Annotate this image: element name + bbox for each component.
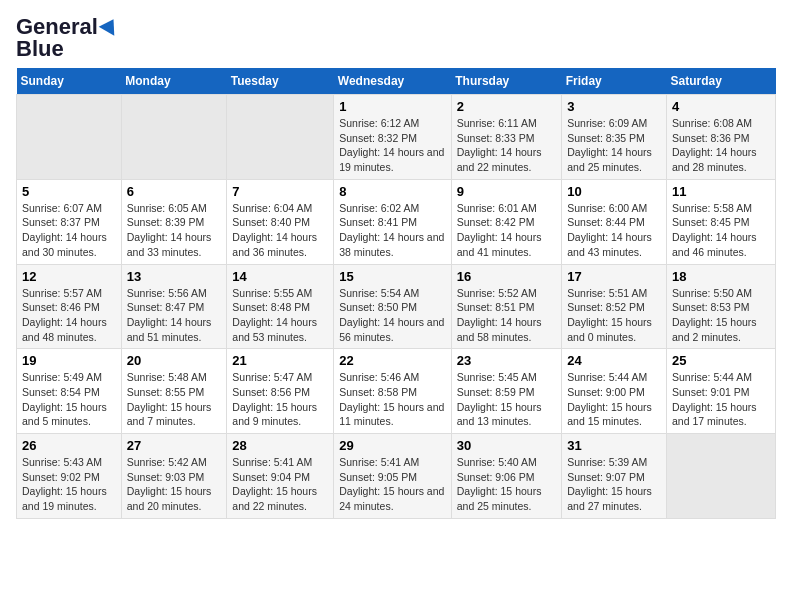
day-number: 23	[457, 353, 556, 368]
calendar-cell: 3Sunrise: 6:09 AMSunset: 8:35 PMDaylight…	[562, 95, 667, 180]
day-number: 14	[232, 269, 328, 284]
calendar-header: SundayMondayTuesdayWednesdayThursdayFrid…	[17, 68, 776, 95]
calendar-cell: 22Sunrise: 5:46 AMSunset: 8:58 PMDayligh…	[334, 349, 452, 434]
day-info: Sunrise: 5:57 AMSunset: 8:46 PMDaylight:…	[22, 286, 116, 345]
day-number: 19	[22, 353, 116, 368]
day-info: Sunrise: 5:44 AMSunset: 9:00 PMDaylight:…	[567, 370, 661, 429]
day-info: Sunrise: 6:09 AMSunset: 8:35 PMDaylight:…	[567, 116, 661, 175]
calendar-body: 1Sunrise: 6:12 AMSunset: 8:32 PMDaylight…	[17, 95, 776, 519]
day-number: 20	[127, 353, 222, 368]
day-info: Sunrise: 5:40 AMSunset: 9:06 PMDaylight:…	[457, 455, 556, 514]
calendar-week-row: 26Sunrise: 5:43 AMSunset: 9:02 PMDayligh…	[17, 434, 776, 519]
calendar-cell	[227, 95, 334, 180]
logo-triangle-icon	[99, 15, 122, 36]
logo-text-blue: Blue	[16, 38, 64, 60]
day-info: Sunrise: 6:02 AMSunset: 8:41 PMDaylight:…	[339, 201, 446, 260]
day-info: Sunrise: 6:07 AMSunset: 8:37 PMDaylight:…	[22, 201, 116, 260]
day-info: Sunrise: 5:41 AMSunset: 9:05 PMDaylight:…	[339, 455, 446, 514]
calendar-cell: 16Sunrise: 5:52 AMSunset: 8:51 PMDayligh…	[451, 264, 561, 349]
calendar-week-row: 12Sunrise: 5:57 AMSunset: 8:46 PMDayligh…	[17, 264, 776, 349]
day-number: 27	[127, 438, 222, 453]
day-number: 21	[232, 353, 328, 368]
calendar-cell: 5Sunrise: 6:07 AMSunset: 8:37 PMDaylight…	[17, 179, 122, 264]
calendar-week-row: 5Sunrise: 6:07 AMSunset: 8:37 PMDaylight…	[17, 179, 776, 264]
day-info: Sunrise: 6:00 AMSunset: 8:44 PMDaylight:…	[567, 201, 661, 260]
calendar-cell: 23Sunrise: 5:45 AMSunset: 8:59 PMDayligh…	[451, 349, 561, 434]
day-number: 15	[339, 269, 446, 284]
day-number: 10	[567, 184, 661, 199]
day-number: 16	[457, 269, 556, 284]
day-info: Sunrise: 5:46 AMSunset: 8:58 PMDaylight:…	[339, 370, 446, 429]
logo: General Blue	[16, 16, 118, 60]
day-number: 1	[339, 99, 446, 114]
page-header: General Blue	[16, 16, 776, 60]
day-number: 6	[127, 184, 222, 199]
day-info: Sunrise: 5:44 AMSunset: 9:01 PMDaylight:…	[672, 370, 770, 429]
day-number: 13	[127, 269, 222, 284]
day-info: Sunrise: 5:50 AMSunset: 8:53 PMDaylight:…	[672, 286, 770, 345]
weekday-header-sunday: Sunday	[17, 68, 122, 95]
day-info: Sunrise: 5:52 AMSunset: 8:51 PMDaylight:…	[457, 286, 556, 345]
calendar-cell: 6Sunrise: 6:05 AMSunset: 8:39 PMDaylight…	[121, 179, 227, 264]
weekday-header-saturday: Saturday	[666, 68, 775, 95]
calendar-cell: 25Sunrise: 5:44 AMSunset: 9:01 PMDayligh…	[666, 349, 775, 434]
day-number: 3	[567, 99, 661, 114]
calendar-cell: 27Sunrise: 5:42 AMSunset: 9:03 PMDayligh…	[121, 434, 227, 519]
weekday-header-friday: Friday	[562, 68, 667, 95]
day-number: 18	[672, 269, 770, 284]
weekday-header-monday: Monday	[121, 68, 227, 95]
day-info: Sunrise: 6:11 AMSunset: 8:33 PMDaylight:…	[457, 116, 556, 175]
calendar-cell: 15Sunrise: 5:54 AMSunset: 8:50 PMDayligh…	[334, 264, 452, 349]
calendar-cell: 8Sunrise: 6:02 AMSunset: 8:41 PMDaylight…	[334, 179, 452, 264]
calendar-cell: 31Sunrise: 5:39 AMSunset: 9:07 PMDayligh…	[562, 434, 667, 519]
day-number: 2	[457, 99, 556, 114]
calendar-cell: 18Sunrise: 5:50 AMSunset: 8:53 PMDayligh…	[666, 264, 775, 349]
calendar-week-row: 1Sunrise: 6:12 AMSunset: 8:32 PMDaylight…	[17, 95, 776, 180]
day-number: 29	[339, 438, 446, 453]
day-number: 8	[339, 184, 446, 199]
day-number: 22	[339, 353, 446, 368]
calendar-week-row: 19Sunrise: 5:49 AMSunset: 8:54 PMDayligh…	[17, 349, 776, 434]
calendar-cell: 11Sunrise: 5:58 AMSunset: 8:45 PMDayligh…	[666, 179, 775, 264]
calendar-cell: 12Sunrise: 5:57 AMSunset: 8:46 PMDayligh…	[17, 264, 122, 349]
calendar-cell: 17Sunrise: 5:51 AMSunset: 8:52 PMDayligh…	[562, 264, 667, 349]
day-number: 17	[567, 269, 661, 284]
calendar-cell: 1Sunrise: 6:12 AMSunset: 8:32 PMDaylight…	[334, 95, 452, 180]
weekday-header-tuesday: Tuesday	[227, 68, 334, 95]
day-info: Sunrise: 5:39 AMSunset: 9:07 PMDaylight:…	[567, 455, 661, 514]
weekday-header-row: SundayMondayTuesdayWednesdayThursdayFrid…	[17, 68, 776, 95]
calendar-cell: 28Sunrise: 5:41 AMSunset: 9:04 PMDayligh…	[227, 434, 334, 519]
day-info: Sunrise: 5:41 AMSunset: 9:04 PMDaylight:…	[232, 455, 328, 514]
day-info: Sunrise: 5:54 AMSunset: 8:50 PMDaylight:…	[339, 286, 446, 345]
logo-text-general: General	[16, 16, 98, 38]
calendar-cell: 30Sunrise: 5:40 AMSunset: 9:06 PMDayligh…	[451, 434, 561, 519]
calendar-cell: 2Sunrise: 6:11 AMSunset: 8:33 PMDaylight…	[451, 95, 561, 180]
calendar-cell: 29Sunrise: 5:41 AMSunset: 9:05 PMDayligh…	[334, 434, 452, 519]
calendar-cell: 24Sunrise: 5:44 AMSunset: 9:00 PMDayligh…	[562, 349, 667, 434]
day-number: 31	[567, 438, 661, 453]
day-info: Sunrise: 6:05 AMSunset: 8:39 PMDaylight:…	[127, 201, 222, 260]
calendar-cell: 9Sunrise: 6:01 AMSunset: 8:42 PMDaylight…	[451, 179, 561, 264]
day-number: 26	[22, 438, 116, 453]
day-number: 24	[567, 353, 661, 368]
day-number: 12	[22, 269, 116, 284]
calendar-cell: 20Sunrise: 5:48 AMSunset: 8:55 PMDayligh…	[121, 349, 227, 434]
calendar-cell: 26Sunrise: 5:43 AMSunset: 9:02 PMDayligh…	[17, 434, 122, 519]
day-number: 9	[457, 184, 556, 199]
day-info: Sunrise: 5:43 AMSunset: 9:02 PMDaylight:…	[22, 455, 116, 514]
calendar-cell	[17, 95, 122, 180]
day-info: Sunrise: 5:47 AMSunset: 8:56 PMDaylight:…	[232, 370, 328, 429]
calendar-cell: 19Sunrise: 5:49 AMSunset: 8:54 PMDayligh…	[17, 349, 122, 434]
day-info: Sunrise: 6:12 AMSunset: 8:32 PMDaylight:…	[339, 116, 446, 175]
day-info: Sunrise: 5:45 AMSunset: 8:59 PMDaylight:…	[457, 370, 556, 429]
day-number: 4	[672, 99, 770, 114]
day-info: Sunrise: 5:55 AMSunset: 8:48 PMDaylight:…	[232, 286, 328, 345]
day-info: Sunrise: 6:04 AMSunset: 8:40 PMDaylight:…	[232, 201, 328, 260]
day-number: 5	[22, 184, 116, 199]
day-info: Sunrise: 5:49 AMSunset: 8:54 PMDaylight:…	[22, 370, 116, 429]
day-number: 30	[457, 438, 556, 453]
calendar-cell: 13Sunrise: 5:56 AMSunset: 8:47 PMDayligh…	[121, 264, 227, 349]
day-info: Sunrise: 5:58 AMSunset: 8:45 PMDaylight:…	[672, 201, 770, 260]
day-info: Sunrise: 6:08 AMSunset: 8:36 PMDaylight:…	[672, 116, 770, 175]
day-info: Sunrise: 6:01 AMSunset: 8:42 PMDaylight:…	[457, 201, 556, 260]
